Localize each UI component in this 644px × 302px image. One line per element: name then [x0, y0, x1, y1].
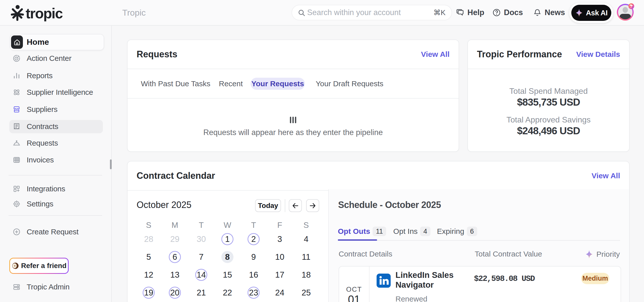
svg-text:tropic: tropic: [26, 5, 63, 21]
